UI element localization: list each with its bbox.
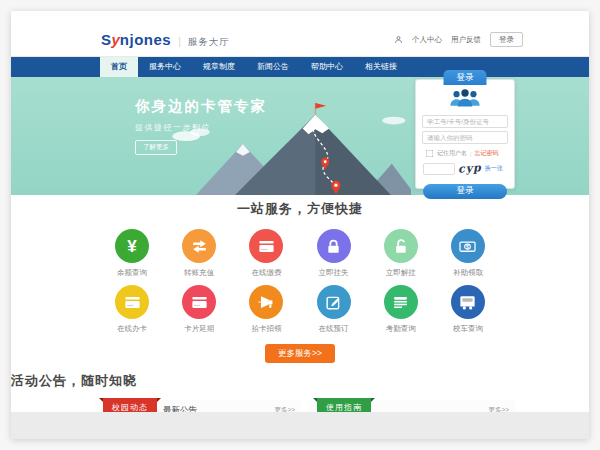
logo-text-rest: njones bbox=[120, 31, 171, 48]
map-pin-icon bbox=[331, 181, 340, 194]
nav-item-home[interactable]: 首页 bbox=[100, 57, 138, 77]
personal-center-link[interactable]: 个人中心 bbox=[412, 35, 442, 45]
login-tab[interactable]: 登录 bbox=[444, 70, 487, 85]
service-item-card-renew[interactable]: 卡片延期 bbox=[169, 285, 229, 334]
page: Synjones | 服务大厅 个人中心 用户反馈 登录 首页 服务中心 规章制… bbox=[11, 11, 589, 439]
site-header: Synjones | 服务大厅 个人中心 用户反馈 登录 bbox=[11, 11, 589, 57]
bank-card-icon bbox=[257, 237, 276, 256]
lock-icon bbox=[324, 237, 343, 256]
logo[interactable]: Synjones | 服务大厅 bbox=[101, 31, 230, 49]
service-item-new-card[interactable]: 在线办卡 bbox=[102, 285, 162, 334]
captcha-image[interactable]: cyp bbox=[458, 161, 483, 176]
more-services-button[interactable]: 更多服务>> bbox=[265, 344, 335, 363]
map-pin-icon bbox=[321, 158, 329, 170]
hero-title: 你身边的卡管专家 bbox=[135, 97, 267, 116]
service-item-online-booking[interactable]: 在线预订 bbox=[304, 285, 364, 334]
announcements-title: 活动公告，随时知晓 bbox=[11, 372, 589, 390]
remember-label: 记住用户名 bbox=[437, 149, 467, 158]
services-row: ¥ 余额查询 转账充值 在线缴费 立即挂失 bbox=[102, 229, 498, 278]
nav-item-rules[interactable]: 规章制度 bbox=[192, 57, 246, 77]
hero-text: 你身边的卡管专家 提供捷径一步到位 了解更多 bbox=[135, 97, 267, 155]
unlock-icon bbox=[391, 237, 410, 256]
captcha-input[interactable] bbox=[423, 163, 455, 175]
remember-row: 记住用户名 | 忘记密码 bbox=[416, 147, 514, 160]
remember-checkbox[interactable] bbox=[426, 150, 434, 158]
forgot-password-link[interactable]: 忘记密码 bbox=[475, 149, 499, 158]
users-icon bbox=[443, 88, 487, 112]
list-icon bbox=[391, 293, 410, 312]
services-row: 在线办卡 卡片延期 拾卡招领 在线预订 bbox=[102, 285, 498, 334]
nav-item-news[interactable]: 新闻公告 bbox=[246, 57, 300, 77]
topbar-links: 个人中心 用户反馈 登录 bbox=[394, 32, 523, 47]
logo-accent: y bbox=[112, 31, 120, 48]
password-input[interactable] bbox=[422, 131, 508, 144]
feedback-link[interactable]: 用户反馈 bbox=[451, 35, 481, 45]
captcha-row: cyp 换一张 bbox=[416, 162, 514, 175]
logo-tagline: 服务大厅 bbox=[188, 36, 230, 49]
banknote-icon: $ bbox=[458, 237, 477, 256]
bank-card-icon bbox=[123, 293, 142, 312]
services-section: 一站服务，方便快捷 ¥ 余额查询 转账充值 在线缴费 bbox=[11, 195, 589, 365]
below-fold-background bbox=[11, 412, 589, 439]
service-item-report-loss[interactable]: 立即挂失 bbox=[304, 229, 364, 278]
captcha-refresh-link[interactable]: 换一张 bbox=[485, 164, 503, 173]
service-item-lost-found[interactable]: 拾卡招领 bbox=[236, 285, 296, 334]
nav-item-service-center[interactable]: 服务中心 bbox=[138, 57, 192, 77]
edit-icon bbox=[324, 293, 343, 312]
service-item-payment[interactable]: 在线缴费 bbox=[236, 229, 296, 278]
nav-item-help[interactable]: 帮助中心 bbox=[300, 57, 354, 77]
logo-text: S bbox=[101, 31, 112, 48]
main-nav: 首页 服务中心 规章制度 新闻公告 帮助中心 相关链接 bbox=[11, 57, 589, 77]
services-title: 一站服务，方便快捷 bbox=[11, 200, 589, 218]
login-panel: 登录 记住用户名 | 忘记密码 cyp 换一张 登录 bbox=[415, 79, 515, 189]
transfer-arrows-icon bbox=[190, 237, 209, 256]
service-item-subsidy[interactable]: $ 补助领取 bbox=[438, 229, 498, 278]
hero-cta-button[interactable]: 了解更多 bbox=[135, 140, 177, 155]
service-item-transfer[interactable]: 转账充值 bbox=[169, 229, 229, 278]
yen-icon: ¥ bbox=[127, 238, 136, 255]
hero-subtitle: 提供捷径一步到位 bbox=[135, 122, 267, 133]
logo-divider: | bbox=[178, 36, 181, 47]
hero-banner: 你身边的卡管专家 提供捷径一步到位 了解更多 登录 bbox=[11, 77, 589, 195]
username-input[interactable] bbox=[422, 115, 508, 128]
login-submit-button[interactable]: 登录 bbox=[423, 184, 507, 199]
service-item-cancel-loss[interactable]: 立即解挂 bbox=[371, 229, 431, 278]
top-login-button[interactable]: 登录 bbox=[490, 32, 523, 47]
svg-text:$: $ bbox=[467, 243, 470, 249]
megaphone-icon bbox=[257, 293, 276, 312]
service-item-school-bus[interactable]: 校车查询 bbox=[438, 285, 498, 334]
service-item-attendance[interactable]: 考勤查询 bbox=[371, 285, 431, 334]
bus-icon bbox=[458, 293, 477, 312]
service-item-balance[interactable]: ¥ 余额查询 bbox=[102, 229, 162, 278]
person-icon bbox=[394, 35, 403, 44]
nav-item-links[interactable]: 相关链接 bbox=[354, 57, 408, 77]
bank-card-icon bbox=[190, 293, 209, 312]
